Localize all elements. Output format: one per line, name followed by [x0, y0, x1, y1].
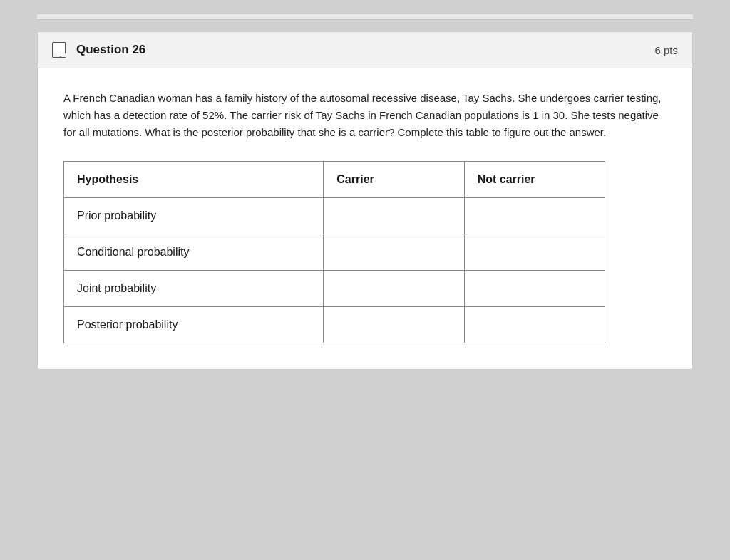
probability-table: Hypothesis Carrier Not carrier Prior pro… [63, 161, 605, 343]
row-conditional-carrier [324, 234, 464, 271]
question-text: A French Canadian woman has a family his… [63, 90, 667, 141]
row-joint-label: Joint probability [64, 271, 324, 307]
question-body: A French Canadian woman has a family his… [38, 68, 692, 369]
question-header: Question 26 6 pts [38, 32, 692, 68]
question-title: Question 26 [76, 43, 145, 57]
table-row: Prior probability [64, 198, 605, 234]
table-header-row: Hypothesis Carrier Not carrier [64, 162, 605, 198]
row-posterior-not-carrier [464, 307, 605, 343]
table-row: Joint probability [64, 271, 605, 307]
row-joint-not-carrier [464, 271, 605, 307]
row-joint-carrier [324, 271, 464, 307]
col-header-hypothesis: Hypothesis [64, 162, 324, 198]
question-points: 6 pts [654, 44, 678, 56]
row-conditional-label: Conditional probability [64, 234, 324, 271]
table-row: Posterior probability [64, 307, 605, 343]
question-header-left: Question 26 [52, 42, 145, 58]
row-posterior-label: Posterior probability [64, 307, 324, 343]
row-prior-label: Prior probability [64, 198, 324, 234]
row-prior-carrier [324, 198, 464, 234]
col-header-carrier: Carrier [324, 162, 464, 198]
top-bar [37, 14, 693, 20]
col-header-not-carrier: Not carrier [464, 162, 605, 198]
row-conditional-not-carrier [464, 234, 605, 271]
row-posterior-carrier [324, 307, 464, 343]
question-card: Question 26 6 pts A French Canadian woma… [37, 31, 693, 370]
page-container: Question 26 6 pts A French Canadian woma… [37, 14, 693, 546]
bookmark-icon[interactable] [52, 42, 66, 58]
table-row: Conditional probability [64, 234, 605, 271]
row-prior-not-carrier [464, 198, 605, 234]
